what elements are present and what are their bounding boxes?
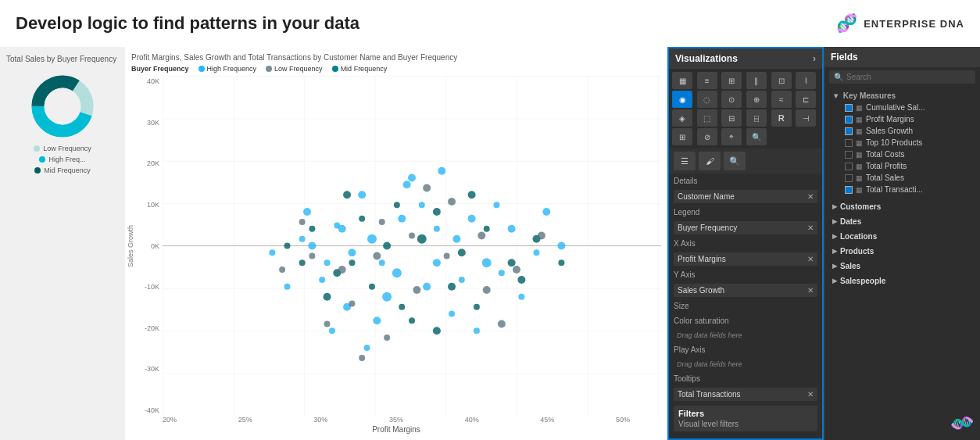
group-dates: ▶ Dates [829,215,975,228]
svg-point-23 [324,259,331,266]
viz-icon-analytics[interactable]: ⊘ [697,128,717,145]
group-salespeople-header[interactable]: ▶ Salespeople [829,274,975,288]
checkbox-total-sales[interactable] [845,174,853,182]
svg-point-81 [448,198,456,206]
viz-icon-format[interactable]: ⊞ [672,128,692,145]
svg-point-46 [383,242,391,250]
field-total-transactions[interactable]: ▦ Total Transacti... [842,184,975,195]
viz-icon-more[interactable]: ⊣ [796,109,816,127]
viz-yaxis-field[interactable]: Sales Growth ✕ [674,284,817,297]
svg-point-15 [508,225,516,233]
viz-details-close[interactable]: ✕ [807,192,814,201]
svg-point-75 [477,231,485,239]
svg-point-49 [458,249,466,256]
locations-arrow: ▶ [832,233,837,240]
viz-icon-map[interactable]: ◈ [672,109,692,127]
x-tick-45: 45% [540,416,554,424]
svg-point-27 [269,249,275,256]
svg-point-80 [349,300,355,306]
viz-tooltips-close[interactable]: ✕ [807,390,814,399]
salespeople-arrow: ▶ [832,277,837,284]
field-profit-margins[interactable]: ▦ Profit Margins [842,113,975,125]
viz-icon-slicer[interactable]: ⌸ [746,109,767,127]
viz-xaxis-field[interactable]: Profit Margins ✕ [674,252,817,266]
viz-tool-analytics2[interactable]: 🔍 [724,152,746,170]
viz-icon-bar[interactable]: ▦ [672,72,692,89]
viz-tooltips-label: Tooltips [674,374,700,383]
viz-xaxis-close[interactable]: ✕ [807,255,814,263]
field-total-profits[interactable]: ▦ Total Profits [842,160,975,172]
field-sales-growth[interactable]: ▦ Sales Growth [842,125,975,137]
svg-point-66 [284,243,291,249]
svg-point-90 [279,267,285,273]
svg-point-76 [309,253,315,259]
viz-icon-gauge[interactable]: ⬚ [697,109,717,127]
legend-label-low: Low Frequency [43,145,91,152]
group-customers-label: Customers [840,202,881,211]
viz-icon-search[interactable]: 🔍 [746,128,767,145]
group-products-header[interactable]: ▶ Products [829,245,975,258]
viz-icon-r[interactable]: R [771,109,792,127]
viz-icon-table[interactable]: ≡ [697,72,717,89]
legend-label-mid-freq: Mid Frequency [341,65,388,73]
group-customers-header[interactable]: ▶ Customers [829,200,975,213]
svg-point-63 [324,293,331,301]
svg-point-61 [468,191,476,199]
checkbox-costs[interactable] [845,151,853,159]
fields-header-title: Fields [831,52,858,63]
viz-legend-close[interactable]: ✕ [807,224,814,232]
field-total-costs[interactable]: ▦ Total Costs [842,148,975,160]
svg-point-40 [542,208,550,216]
field-profit-label: Profit Margins [866,115,914,123]
viz-icon-kpi[interactable]: ⊟ [721,109,742,127]
sales-arrow: ▶ [832,263,837,270]
legend-label-high-freq: High Frequency [207,65,257,73]
group-locations-header[interactable]: ▶ Locations [829,230,975,243]
viz-icon-matrix[interactable]: ⊞ [721,72,742,89]
chart-legend-label: Buyer Frequency [131,65,189,73]
group-sales-header[interactable]: ▶ Sales [829,259,975,273]
svg-point-68 [558,259,564,266]
viz-tools: ☰ 🖌 🔍 [669,148,822,173]
checkbox-cumulative[interactable] [845,104,853,112]
group-dates-header[interactable]: ▶ Dates [829,215,975,228]
viz-legend-field[interactable]: Buyer Frequency ✕ [674,221,817,234]
chart-body: 40K 30K 20K 10K 0K -10K -20K -30K -40K S… [131,76,661,416]
fields-search[interactable]: 🔍 [829,70,975,84]
viz-icon-line[interactable]: ≈ [771,91,792,108]
viz-tool-paint[interactable]: 🖌 [699,152,721,170]
viz-icon-treemap[interactable]: ⊙ [721,91,742,108]
viz-icon-fields[interactable]: ⌖ [721,128,742,145]
viz-section-xaxis: X Axis [669,236,822,251]
field-cumulative-sales[interactable]: ▦ Cumulative Sal... [842,102,975,113]
svg-point-43 [379,259,385,266]
viz-icon-pie[interactable]: ◌ [697,91,717,108]
viz-section-size: Size [669,299,822,313]
legend-dot-mid-freq [332,66,338,72]
main-content: Total Sales by Buyer Frequency Low Frequ… [0,47,980,440]
svg-point-39 [474,327,480,334]
viz-icon-scatter[interactable]: ⊕ [746,91,767,108]
checkbox-profits[interactable] [845,163,853,170]
viz-icon-area[interactable]: ⊏ [796,91,816,108]
viz-tool-filter[interactable]: ☰ [674,152,696,170]
field-top10[interactable]: ▦ Top 10 Products [842,137,975,148]
viz-play-drag: Drag data fields here [674,359,817,370]
viz-icon-card[interactable]: ⌇ [796,72,816,89]
viz-yaxis-close[interactable]: ✕ [807,286,814,295]
checkbox-profit[interactable] [845,116,853,123]
viz-icon-funnel[interactable]: ⊡ [771,72,792,89]
viz-section-details: Details [669,173,822,188]
viz-tooltips-field[interactable]: Total Transactions ✕ [674,388,817,401]
legend-dot-mid [34,167,41,173]
svg-point-88 [359,355,365,361]
viz-icon-donut[interactable]: ◉ [672,91,692,108]
checkbox-top10[interactable] [845,139,853,147]
field-total-sales[interactable]: ▦ Total Sales [842,172,975,184]
checkbox-sales-growth[interactable] [845,127,853,135]
search-input[interactable] [846,73,971,81]
viz-icon-waterfall[interactable]: ∥ [746,72,767,89]
viz-details-field[interactable]: Customer Name ✕ [674,190,817,203]
checkbox-total-trans[interactable] [845,186,853,194]
field-bar-icon4: ▦ [856,139,863,147]
